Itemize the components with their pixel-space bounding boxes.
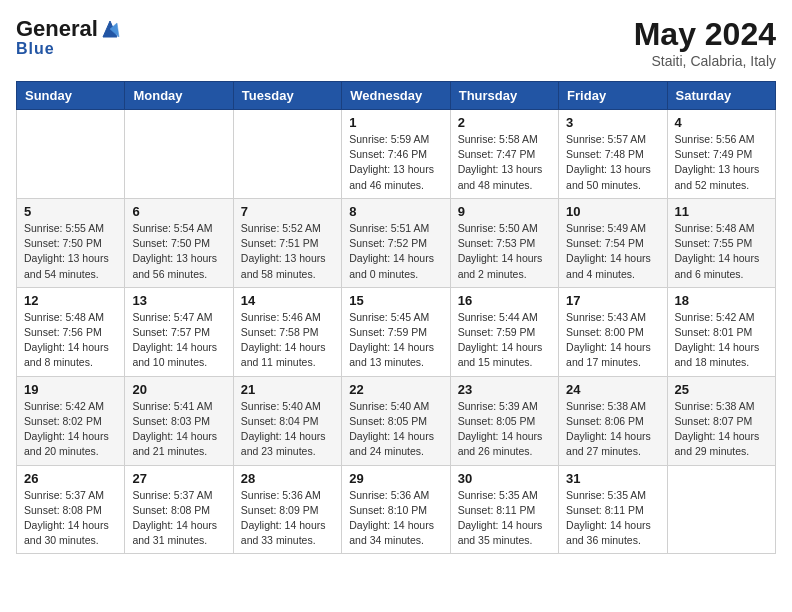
calendar-day-cell: 31Sunrise: 5:35 AM Sunset: 8:11 PM Dayli…: [559, 465, 667, 554]
calendar-day-cell: 16Sunrise: 5:44 AM Sunset: 7:59 PM Dayli…: [450, 287, 558, 376]
day-number: 23: [458, 382, 551, 397]
col-saturday: Saturday: [667, 82, 775, 110]
logo-general-text: General: [16, 16, 98, 42]
day-number: 25: [675, 382, 768, 397]
day-number: 5: [24, 204, 117, 219]
day-info: Sunrise: 5:56 AM Sunset: 7:49 PM Dayligh…: [675, 132, 768, 193]
calendar-day-cell: 25Sunrise: 5:38 AM Sunset: 8:07 PM Dayli…: [667, 376, 775, 465]
day-number: 20: [132, 382, 225, 397]
day-info: Sunrise: 5:35 AM Sunset: 8:11 PM Dayligh…: [566, 488, 659, 549]
calendar-day-cell: 1Sunrise: 5:59 AM Sunset: 7:46 PM Daylig…: [342, 110, 450, 199]
day-info: Sunrise: 5:45 AM Sunset: 7:59 PM Dayligh…: [349, 310, 442, 371]
day-info: Sunrise: 5:43 AM Sunset: 8:00 PM Dayligh…: [566, 310, 659, 371]
day-info: Sunrise: 5:37 AM Sunset: 8:08 PM Dayligh…: [132, 488, 225, 549]
day-number: 3: [566, 115, 659, 130]
day-number: 22: [349, 382, 442, 397]
calendar-day-cell: 3Sunrise: 5:57 AM Sunset: 7:48 PM Daylig…: [559, 110, 667, 199]
calendar-week-row: 12Sunrise: 5:48 AM Sunset: 7:56 PM Dayli…: [17, 287, 776, 376]
day-info: Sunrise: 5:51 AM Sunset: 7:52 PM Dayligh…: [349, 221, 442, 282]
day-number: 15: [349, 293, 442, 308]
calendar-day-cell: 13Sunrise: 5:47 AM Sunset: 7:57 PM Dayli…: [125, 287, 233, 376]
day-number: 13: [132, 293, 225, 308]
day-info: Sunrise: 5:38 AM Sunset: 8:06 PM Dayligh…: [566, 399, 659, 460]
day-number: 6: [132, 204, 225, 219]
page-header: General Blue May 2024 Staiti, Calabria, …: [16, 16, 776, 69]
day-info: Sunrise: 5:36 AM Sunset: 8:10 PM Dayligh…: [349, 488, 442, 549]
calendar-header-row: Sunday Monday Tuesday Wednesday Thursday…: [17, 82, 776, 110]
col-wednesday: Wednesday: [342, 82, 450, 110]
day-info: Sunrise: 5:54 AM Sunset: 7:50 PM Dayligh…: [132, 221, 225, 282]
day-info: Sunrise: 5:36 AM Sunset: 8:09 PM Dayligh…: [241, 488, 334, 549]
col-monday: Monday: [125, 82, 233, 110]
calendar-day-cell: 20Sunrise: 5:41 AM Sunset: 8:03 PM Dayli…: [125, 376, 233, 465]
calendar-day-cell: 6Sunrise: 5:54 AM Sunset: 7:50 PM Daylig…: [125, 198, 233, 287]
calendar-day-cell: 9Sunrise: 5:50 AM Sunset: 7:53 PM Daylig…: [450, 198, 558, 287]
col-sunday: Sunday: [17, 82, 125, 110]
day-number: 8: [349, 204, 442, 219]
day-info: Sunrise: 5:40 AM Sunset: 8:04 PM Dayligh…: [241, 399, 334, 460]
day-info: Sunrise: 5:48 AM Sunset: 7:55 PM Dayligh…: [675, 221, 768, 282]
calendar-day-cell: 26Sunrise: 5:37 AM Sunset: 8:08 PM Dayli…: [17, 465, 125, 554]
calendar-table: Sunday Monday Tuesday Wednesday Thursday…: [16, 81, 776, 554]
day-number: 7: [241, 204, 334, 219]
day-info: Sunrise: 5:57 AM Sunset: 7:48 PM Dayligh…: [566, 132, 659, 193]
day-info: Sunrise: 5:35 AM Sunset: 8:11 PM Dayligh…: [458, 488, 551, 549]
calendar-day-cell: 2Sunrise: 5:58 AM Sunset: 7:47 PM Daylig…: [450, 110, 558, 199]
day-number: 24: [566, 382, 659, 397]
day-info: Sunrise: 5:42 AM Sunset: 8:01 PM Dayligh…: [675, 310, 768, 371]
col-tuesday: Tuesday: [233, 82, 341, 110]
calendar-day-cell: 29Sunrise: 5:36 AM Sunset: 8:10 PM Dayli…: [342, 465, 450, 554]
day-info: Sunrise: 5:50 AM Sunset: 7:53 PM Dayligh…: [458, 221, 551, 282]
day-info: Sunrise: 5:39 AM Sunset: 8:05 PM Dayligh…: [458, 399, 551, 460]
calendar-day-cell: 5Sunrise: 5:55 AM Sunset: 7:50 PM Daylig…: [17, 198, 125, 287]
calendar-day-cell: 27Sunrise: 5:37 AM Sunset: 8:08 PM Dayli…: [125, 465, 233, 554]
day-info: Sunrise: 5:58 AM Sunset: 7:47 PM Dayligh…: [458, 132, 551, 193]
month-year-title: May 2024: [634, 16, 776, 53]
calendar-day-cell: [17, 110, 125, 199]
calendar-day-cell: 23Sunrise: 5:39 AM Sunset: 8:05 PM Dayli…: [450, 376, 558, 465]
day-number: 2: [458, 115, 551, 130]
calendar-day-cell: 7Sunrise: 5:52 AM Sunset: 7:51 PM Daylig…: [233, 198, 341, 287]
day-number: 29: [349, 471, 442, 486]
calendar-day-cell: 4Sunrise: 5:56 AM Sunset: 7:49 PM Daylig…: [667, 110, 775, 199]
day-info: Sunrise: 5:59 AM Sunset: 7:46 PM Dayligh…: [349, 132, 442, 193]
day-number: 12: [24, 293, 117, 308]
day-info: Sunrise: 5:42 AM Sunset: 8:02 PM Dayligh…: [24, 399, 117, 460]
day-info: Sunrise: 5:48 AM Sunset: 7:56 PM Dayligh…: [24, 310, 117, 371]
calendar-day-cell: 19Sunrise: 5:42 AM Sunset: 8:02 PM Dayli…: [17, 376, 125, 465]
calendar-day-cell: 15Sunrise: 5:45 AM Sunset: 7:59 PM Dayli…: [342, 287, 450, 376]
calendar-day-cell: 8Sunrise: 5:51 AM Sunset: 7:52 PM Daylig…: [342, 198, 450, 287]
day-number: 17: [566, 293, 659, 308]
logo-blue-text: Blue: [16, 40, 55, 58]
calendar-day-cell: 12Sunrise: 5:48 AM Sunset: 7:56 PM Dayli…: [17, 287, 125, 376]
col-friday: Friday: [559, 82, 667, 110]
calendar-day-cell: 24Sunrise: 5:38 AM Sunset: 8:06 PM Dayli…: [559, 376, 667, 465]
calendar-day-cell: 17Sunrise: 5:43 AM Sunset: 8:00 PM Dayli…: [559, 287, 667, 376]
day-info: Sunrise: 5:38 AM Sunset: 8:07 PM Dayligh…: [675, 399, 768, 460]
calendar-week-row: 5Sunrise: 5:55 AM Sunset: 7:50 PM Daylig…: [17, 198, 776, 287]
calendar-day-cell: 10Sunrise: 5:49 AM Sunset: 7:54 PM Dayli…: [559, 198, 667, 287]
location-subtitle: Staiti, Calabria, Italy: [634, 53, 776, 69]
day-number: 1: [349, 115, 442, 130]
day-info: Sunrise: 5:47 AM Sunset: 7:57 PM Dayligh…: [132, 310, 225, 371]
logo-icon: [99, 19, 121, 39]
calendar-day-cell: 11Sunrise: 5:48 AM Sunset: 7:55 PM Dayli…: [667, 198, 775, 287]
day-info: Sunrise: 5:37 AM Sunset: 8:08 PM Dayligh…: [24, 488, 117, 549]
day-info: Sunrise: 5:40 AM Sunset: 8:05 PM Dayligh…: [349, 399, 442, 460]
day-number: 4: [675, 115, 768, 130]
calendar-day-cell: 22Sunrise: 5:40 AM Sunset: 8:05 PM Dayli…: [342, 376, 450, 465]
calendar-day-cell: 28Sunrise: 5:36 AM Sunset: 8:09 PM Dayli…: [233, 465, 341, 554]
day-number: 31: [566, 471, 659, 486]
logo: General Blue: [16, 16, 122, 58]
day-number: 9: [458, 204, 551, 219]
day-info: Sunrise: 5:41 AM Sunset: 8:03 PM Dayligh…: [132, 399, 225, 460]
title-block: May 2024 Staiti, Calabria, Italy: [634, 16, 776, 69]
day-info: Sunrise: 5:46 AM Sunset: 7:58 PM Dayligh…: [241, 310, 334, 371]
col-thursday: Thursday: [450, 82, 558, 110]
day-number: 27: [132, 471, 225, 486]
day-number: 11: [675, 204, 768, 219]
day-number: 10: [566, 204, 659, 219]
day-number: 21: [241, 382, 334, 397]
calendar-day-cell: 14Sunrise: 5:46 AM Sunset: 7:58 PM Dayli…: [233, 287, 341, 376]
day-number: 26: [24, 471, 117, 486]
